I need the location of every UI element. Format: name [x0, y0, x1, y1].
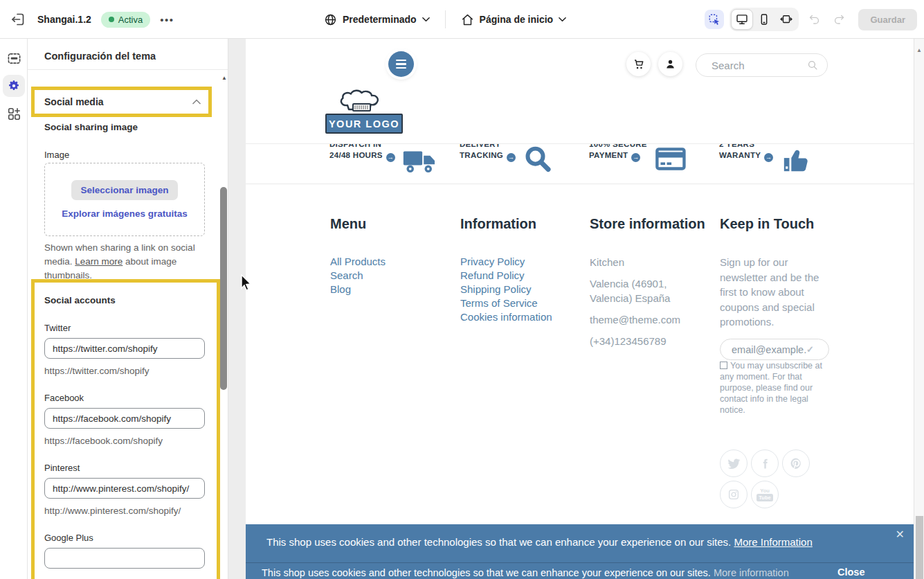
- search-icon[interactable]: [807, 60, 819, 71]
- store-phone: (+34)123456789: [590, 334, 680, 348]
- rail-sections-tab[interactable]: [3, 47, 25, 69]
- chevron-down-icon: [559, 17, 566, 22]
- panel-divider: [28, 69, 228, 70]
- undo-button[interactable]: [804, 10, 824, 29]
- thumbs-up-icon: [780, 145, 812, 174]
- footer-link[interactable]: Terms of Service: [460, 296, 552, 310]
- social-sharing-heading: Social sharing image: [44, 122, 138, 132]
- twitter-helper: https://twitter.com/shopify: [44, 366, 150, 376]
- social-youtube-button[interactable]: YouTube: [751, 481, 779, 508]
- redo-button[interactable]: [829, 10, 849, 29]
- rail-theme-settings-tab[interactable]: [3, 75, 25, 97]
- footer-link[interactable]: All Products: [330, 255, 386, 269]
- menu-toggle-button[interactable]: [388, 51, 414, 77]
- image-dropzone[interactable]: Seleccionar imagen Explorar imágenes gra…: [44, 163, 205, 236]
- unsubscribe-checkbox[interactable]: [720, 362, 727, 369]
- theme-settings-panel: Configuración del tema ▲ Social media So…: [28, 39, 228, 579]
- footer-newsletter-title: Keep in Touch: [720, 216, 826, 232]
- select-image-button[interactable]: Seleccionar imagen: [71, 180, 179, 200]
- footer-information-title: Information: [460, 216, 552, 232]
- footer-link[interactable]: Shipping Policy: [460, 283, 552, 296]
- more-information-link[interactable]: More Information: [734, 536, 812, 548]
- more-information-link[interactable]: More information: [714, 567, 789, 578]
- benefit-dispatch[interactable]: DISPATCH IN 24/48 HOURS→: [329, 144, 438, 174]
- twitter-url-input[interactable]: [44, 338, 205, 359]
- locale-selector[interactable]: Predeterminado: [324, 13, 430, 26]
- benefit-tracking[interactable]: DELIVERY TRACKING→: [460, 144, 553, 174]
- magnifier-icon: [523, 145, 553, 174]
- footer-store-column: Store information Kitchen Valencia (4690…: [590, 216, 705, 355]
- facebook-url-input[interactable]: [44, 408, 205, 429]
- preview-scrollbar-thumb[interactable]: [916, 516, 923, 579]
- social-instagram-button[interactable]: [720, 481, 748, 508]
- store-search-input[interactable]: [712, 60, 807, 71]
- arrow-circle-icon: →: [764, 153, 773, 162]
- home-icon: [461, 13, 474, 26]
- footer-menu-column: Menu All Products Search Blog: [330, 216, 386, 296]
- footer-store-title: Store information: [590, 216, 705, 232]
- mobile-view-button[interactable]: [753, 9, 775, 30]
- twitter-icon: [727, 457, 741, 470]
- cookie-banner: This shop uses cookies and other technol…: [246, 524, 914, 562]
- chevron-down-icon: [422, 17, 430, 22]
- google-plus-label: Google Plus: [44, 533, 93, 543]
- social-pinterest-button[interactable]: [782, 449, 810, 477]
- benefits-bar: DISPATCH IN 24/48 HOURS→ DELIVERY TRACKI…: [246, 144, 914, 184]
- youtube-icon: YouTube: [757, 488, 772, 501]
- preview-scrollbar[interactable]: ▲: [914, 39, 924, 579]
- learn-more-link[interactable]: Learn more: [75, 256, 123, 267]
- exit-editor-button[interactable]: [8, 10, 28, 29]
- store-email: theme@theme.com: [590, 312, 680, 327]
- newsletter-text: Sign up for our newsletter and be the fi…: [720, 255, 826, 330]
- section-social-media[interactable]: Social media: [35, 90, 208, 114]
- instagram-icon: [727, 488, 740, 501]
- sidebar-scrollbar-thumb[interactable]: [220, 187, 227, 390]
- cookie-close-button[interactable]: Close: [837, 567, 865, 578]
- status-badge: Activa: [101, 12, 150, 28]
- scroll-up-arrow[interactable]: ▲: [916, 47, 922, 53]
- footer-link[interactable]: Privacy Policy: [460, 255, 552, 269]
- globe-icon: [324, 13, 337, 26]
- sidebar-scroll-up-arrow[interactable]: ▲: [221, 75, 227, 81]
- page-selector[interactable]: Página de inicio: [461, 13, 567, 26]
- arrow-circle-icon: →: [631, 153, 640, 162]
- newsletter-email-input[interactable]: [732, 344, 806, 355]
- store-search: [696, 53, 828, 77]
- footer-link[interactable]: Cookies information: [460, 310, 552, 324]
- exit-icon: [10, 12, 26, 27]
- arrow-circle-icon: →: [507, 153, 516, 162]
- submit-check-icon[interactable]: ✓: [806, 344, 814, 355]
- account-button[interactable]: [658, 52, 682, 76]
- newsletter-legal: You may unsubscribe at any moment. For t…: [720, 360, 828, 416]
- footer-link[interactable]: Blog: [330, 283, 386, 296]
- editor-topbar: Shangai.1.2 Activa ••• Predeterminado Pá…: [0, 0, 924, 39]
- store-logo[interactable]: YOUR LOGO: [325, 83, 403, 136]
- social-twitter-button[interactable]: [720, 449, 748, 477]
- more-actions-button[interactable]: •••: [160, 14, 174, 26]
- benefit-warranty[interactable]: 2 YEARS WARANTY→: [719, 144, 812, 174]
- sections-icon: [7, 51, 21, 66]
- editor-rail: [0, 39, 28, 579]
- undo-icon: [808, 13, 821, 26]
- section-inspector-toggle[interactable]: [705, 10, 724, 29]
- social-facebook-button[interactable]: [751, 449, 779, 477]
- save-button[interactable]: Guardar: [858, 9, 917, 30]
- cart-button[interactable]: [626, 52, 651, 76]
- rail-apps-tab[interactable]: [3, 103, 25, 125]
- social-accounts-heading: Social accounts: [44, 295, 116, 305]
- store-header: YOUR LOGO: [246, 39, 914, 144]
- store-preview: YOUR LOGO DISPATCH IN 24/48 HOURS→ DELIV…: [246, 39, 914, 579]
- fullwidth-view-button[interactable]: [775, 9, 797, 30]
- cookie-close-icon[interactable]: ✕: [896, 528, 905, 541]
- desktop-view-button[interactable]: [731, 9, 753, 30]
- explore-free-images-link[interactable]: Explorar imágenes gratuitas: [62, 208, 188, 219]
- redo-icon: [833, 13, 846, 26]
- cart-icon: [633, 58, 645, 71]
- benefit-payment[interactable]: 100% SECURE PAYMENT→: [589, 144, 687, 172]
- pinterest-url-input[interactable]: [44, 478, 205, 499]
- google-plus-url-input[interactable]: [44, 548, 205, 569]
- arrow-circle-icon: →: [386, 153, 395, 162]
- footer-link[interactable]: Search: [330, 269, 386, 283]
- footer-link[interactable]: Refund Policy: [460, 269, 552, 283]
- facebook-label: Facebook: [44, 393, 84, 403]
